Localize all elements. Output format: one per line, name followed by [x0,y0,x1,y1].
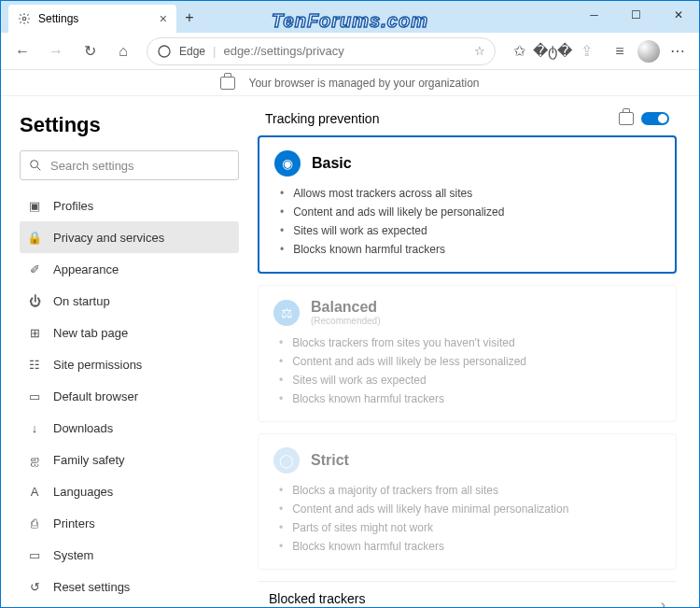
content-pane: Tracking prevention ◉ Basic Allows most … [258,96,699,607]
balanced-bullet: Blocks known harmful trackers [279,389,661,408]
search-settings-input[interactable]: Search settings [20,150,239,180]
svg-line-3 [37,167,40,170]
balanced-title: Balanced [311,299,380,316]
balanced-sub: (Recommended) [311,316,380,326]
nav-label: Default browser [53,389,138,403]
back-button[interactable]: ← [7,35,38,67]
reading-star-icon[interactable]: ☆ [474,44,485,58]
nav-reset[interactable]: ↺Reset settings [20,571,239,602]
basic-bullet: Blocks known harmful trackers [280,240,660,259]
balanced-bullet: Content and ads will likely be less pers… [279,352,661,371]
address-bar[interactable]: Edge | edge://settings/privacy ☆ [147,37,496,65]
profile-avatar[interactable] [637,40,660,63]
svg-point-2 [31,161,38,168]
managed-banner: Your browser is managed by your organiza… [1,70,699,96]
profile-icon: ▣ [27,199,42,213]
balanced-shield-icon: ⚖ [273,300,300,326]
nav-family[interactable]: ஐFamily safety [20,444,239,475]
forward-button: → [40,35,72,67]
tracking-toggle[interactable] [641,112,669,125]
share-button: ⇪ [570,35,602,67]
svg-point-0 [22,17,26,21]
managed-policy-icon [619,112,634,125]
nav-phone[interactable]: ☐Phone and other devices [20,602,239,608]
nav-label: Site permissions [53,358,142,372]
strict-shield-icon: ◯ [273,447,300,474]
address-separator: | [213,44,216,58]
nav-label: Downloads [53,421,113,435]
nav-privacy[interactable]: 🔒Privacy and services [20,221,239,253]
nav-startup[interactable]: ⏻On startup [20,285,239,317]
toolbar: ← → ↻ ⌂ Edge | edge://settings/privacy ☆… [1,33,699,70]
settings-heading: Settings [20,113,239,137]
section-title: Tracking prevention [265,111,379,126]
gear-icon [18,12,31,25]
maximize-button[interactable]: ☐ [615,1,657,29]
download-icon: ↓ [27,421,42,435]
svg-point-1 [159,46,170,57]
window-controls: ─ ☐ ✕ [573,1,699,29]
nav-printers[interactable]: ⎙Printers [20,507,239,539]
refresh-button[interactable]: ↻ [74,35,105,67]
basic-bullet: Allows most trackers across all sites [280,184,660,203]
close-window-button[interactable]: ✕ [657,1,699,29]
system-icon: ▭ [27,548,42,562]
reset-icon: ↺ [27,580,42,594]
nav-label: Reset settings [53,580,130,594]
nav-permissions[interactable]: ☷Site permissions [20,348,239,380]
nav-label: Printers [53,516,95,530]
newtab-icon: ⊞ [27,326,42,340]
tracking-strict-card[interactable]: ◯ Strict Blocks a majority of trackers f… [258,433,677,570]
managed-text: Your browser is managed by your organiza… [248,77,479,90]
tracking-prevention-header: Tracking prevention [258,107,677,135]
address-prefix: Edge [179,45,205,58]
nav-profiles[interactable]: ▣Profiles [20,190,239,221]
basic-shield-icon: ◉ [274,150,301,177]
nav-label: Appearance [53,262,119,276]
collections-button[interactable]: �ტ� [537,35,568,67]
browser-tab[interactable]: Settings × [8,5,176,33]
new-tab-button[interactable]: + [176,5,203,31]
favorite-button[interactable]: ✩ [503,35,535,67]
reading-button[interactable]: ≡ [604,35,636,67]
strict-bullet: Content and ads will likely have minimal… [279,500,661,518]
nav-system[interactable]: ▭System [20,539,239,571]
main-area: Settings Search settings ▣Profiles 🔒Priv… [1,96,699,607]
nav-label: New tab page [53,326,128,340]
watermark-text: TenForums.com [272,10,428,32]
printer-icon: ⎙ [27,516,42,530]
strict-bullet: Blocks known harmful trackers [279,537,661,556]
search-icon [28,158,43,173]
balanced-bullet: Sites will work as expected [279,371,661,389]
nav-label: Profiles [53,199,93,213]
nav-downloads[interactable]: ↓Downloads [20,412,239,444]
address-url: edge://settings/privacy [223,44,467,58]
family-icon: ஐ [27,452,42,467]
basic-bullet: Content and ads will likely be personali… [280,203,660,221]
nav-newtab[interactable]: ⊞New tab page [20,317,239,348]
edge-logo-icon [157,44,172,59]
lock-icon: 🔒 [27,231,42,245]
nav-label: Privacy and services [53,231,164,245]
tracking-basic-card[interactable]: ◉ Basic Allows most trackers across all … [258,135,677,274]
menu-button[interactable]: ⋯ [662,35,693,67]
blocked-trackers-row[interactable]: Blocked trackers View the sites that we'… [258,581,677,607]
blocked-title: Blocked trackers [269,591,661,606]
nav-label: System [53,548,93,562]
basic-bullet: Sites will work as expected [280,221,660,240]
chevron-right-icon: › [661,597,665,607]
settings-nav: ▣Profiles 🔒Privacy and services ✐Appeara… [20,190,239,608]
strict-bullet: Parts of sites might not work [279,518,661,537]
browser-icon: ▭ [27,389,42,403]
home-button[interactable]: ⌂ [107,35,139,67]
nav-label: On startup [53,294,110,308]
briefcase-icon [220,77,235,90]
nav-default-browser[interactable]: ▭Default browser [20,380,239,412]
minimize-button[interactable]: ─ [573,1,615,29]
nav-appearance[interactable]: ✐Appearance [20,253,239,285]
tracking-balanced-card[interactable]: ⚖ Balanced (Recommended) Blocks trackers… [258,285,677,422]
nav-languages[interactable]: ALanguages [20,475,239,507]
close-tab-icon[interactable]: × [160,11,167,26]
permissions-icon: ☷ [27,358,42,372]
sidebar: Settings Search settings ▣Profiles 🔒Priv… [1,96,258,607]
